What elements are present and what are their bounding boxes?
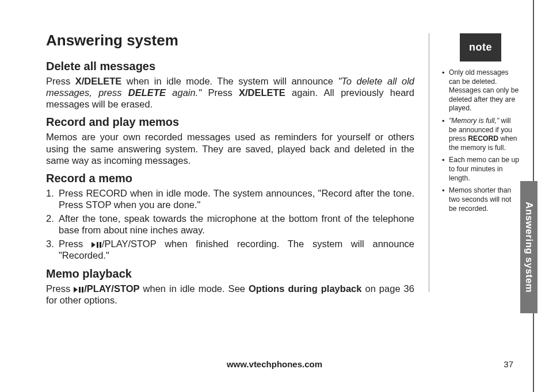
svg-rect-4 [79, 287, 81, 293]
svg-marker-3 [74, 287, 78, 293]
note-list: Only old messages can be deleted. Messag… [442, 68, 519, 213]
list-item: Press RECORD when in idle mode. The syst… [46, 187, 414, 210]
note-item: Memos shorter than two seconds will not … [442, 186, 519, 213]
paragraph-memo-playback: Press /PLAY/STOP when in idle mode. See … [46, 283, 414, 306]
sidebar-divider [429, 33, 429, 292]
play-pause-icon [92, 238, 102, 244]
main-content: Answering system Delete all messages Pre… [46, 32, 414, 310]
note-item: Each memo can be up to four minutes in l… [442, 156, 519, 183]
footer-url: www.vtechphones.com [0, 359, 549, 369]
heading-record-play: Record and play memos [46, 116, 414, 129]
paragraph-delete: Press X/DELETE when in idle mode. The sy… [46, 75, 414, 110]
play-pause-icon [74, 283, 84, 289]
note-item: Only old messages can be deleted. Messag… [442, 68, 519, 113]
svg-rect-5 [82, 287, 83, 293]
list-item: After the tone, speak towards the microp… [46, 213, 414, 236]
note-badge: note [460, 33, 501, 62]
heading-record-memo: Record a memo [46, 172, 414, 185]
note-item: "Memory is full," will be announced if y… [442, 117, 519, 152]
page: Answering system Delete all messages Pre… [0, 0, 549, 392]
heading-delete-all: Delete all messages [46, 60, 414, 73]
note-sidebar: note Only old messages can be deleted. M… [442, 33, 519, 217]
list-item: Press /PLAY/STOP when finished recording… [46, 238, 414, 261]
page-title: Answering system [46, 32, 414, 49]
svg-marker-0 [92, 242, 96, 248]
section-tab: Answering system [520, 181, 537, 313]
heading-memo-playback: Memo playback [46, 267, 414, 280]
paragraph-record-play: Memos are your own recorded messages use… [46, 131, 414, 166]
svg-rect-2 [100, 242, 101, 248]
record-memo-steps: Press RECORD when in idle mode. The syst… [46, 187, 414, 262]
svg-rect-1 [97, 242, 98, 248]
page-number: 37 [504, 359, 513, 369]
